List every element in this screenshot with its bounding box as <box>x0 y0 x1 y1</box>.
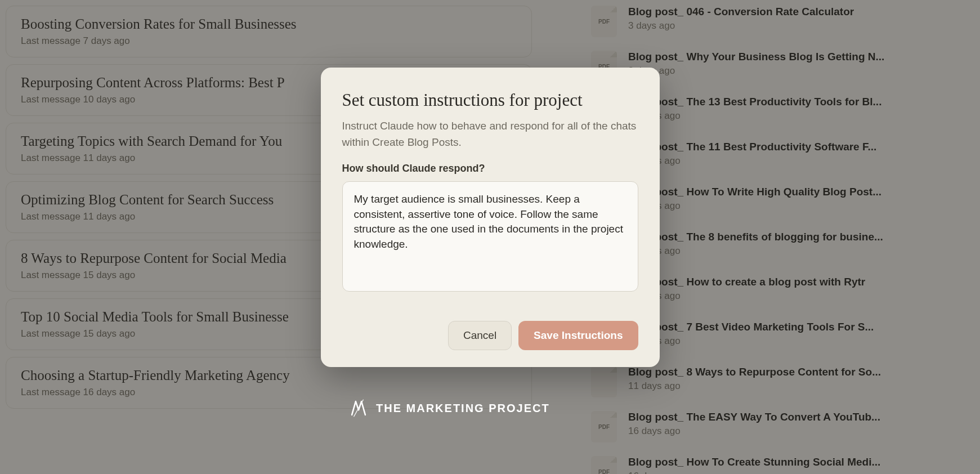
custom-instructions-modal: Set custom instructions for project Inst… <box>321 68 660 367</box>
cancel-button[interactable]: Cancel <box>448 321 512 350</box>
modal-label: How should Claude respond? <box>342 163 638 175</box>
modal-actions: Cancel Save Instructions <box>342 321 638 350</box>
instructions-textarea[interactable] <box>342 181 638 292</box>
save-instructions-button[interactable]: Save Instructions <box>518 321 638 350</box>
svg-line-0 <box>354 400 364 417</box>
watermark-text: THE MARKETING PROJECT <box>376 402 550 415</box>
modal-subtitle: Instruct Claude how to behave and respon… <box>342 118 638 150</box>
watermark-icon <box>349 399 368 418</box>
modal-title: Set custom instructions for project <box>342 90 638 110</box>
modal-overlay[interactable]: Set custom instructions for project Inst… <box>0 0 980 474</box>
watermark: THE MARKETING PROJECT <box>349 399 550 418</box>
